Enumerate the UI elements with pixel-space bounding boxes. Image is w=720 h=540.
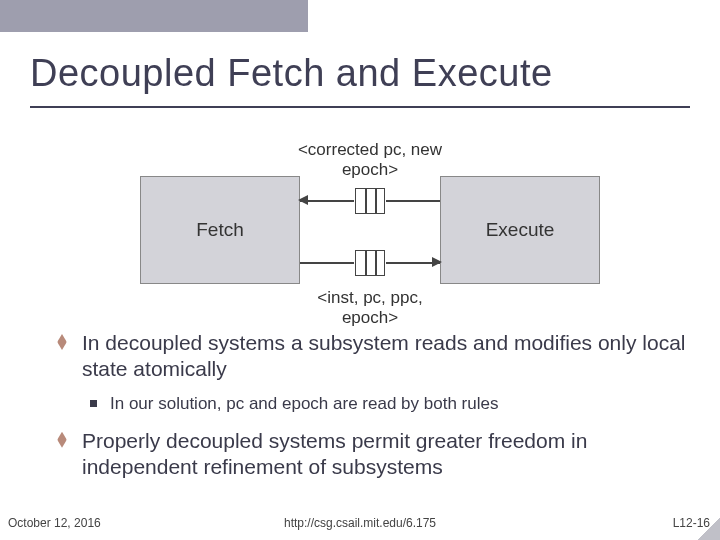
page-corner-fold bbox=[698, 518, 720, 540]
msg-top-label: <corrected pc, new epoch> bbox=[290, 140, 450, 179]
bullet-1-sub: In our solution, pc and epoch are read b… bbox=[50, 393, 690, 414]
conn-bot-left bbox=[300, 262, 354, 264]
top-accent-bar bbox=[0, 0, 308, 32]
slide-title: Decoupled Fetch and Execute bbox=[30, 52, 553, 95]
execute-box-label: Execute bbox=[486, 219, 555, 241]
fifo-top bbox=[355, 188, 385, 214]
bullet-1: In decoupled systems a subsystem reads a… bbox=[50, 330, 690, 383]
arrow-to-fetch bbox=[298, 195, 308, 205]
fifo-bottom bbox=[355, 250, 385, 276]
fetch-box-label: Fetch bbox=[196, 219, 244, 241]
title-underline bbox=[30, 106, 690, 108]
arrow-to-execute bbox=[432, 257, 442, 267]
conn-top-left bbox=[300, 200, 354, 202]
bullet-2: Properly decoupled systems permit greate… bbox=[50, 428, 690, 481]
diagram: <corrected pc, new epoch> Fetch Execute … bbox=[140, 140, 600, 315]
execute-box: Execute bbox=[440, 176, 600, 284]
conn-top-right bbox=[386, 200, 440, 202]
fetch-box: Fetch bbox=[140, 176, 300, 284]
bullet-list: In decoupled systems a subsystem reads a… bbox=[50, 330, 690, 490]
msg-bottom-label: <inst, pc, ppc, epoch> bbox=[290, 288, 450, 327]
footer-url: http://csg.csail.mit.edu/6.175 bbox=[0, 516, 720, 530]
